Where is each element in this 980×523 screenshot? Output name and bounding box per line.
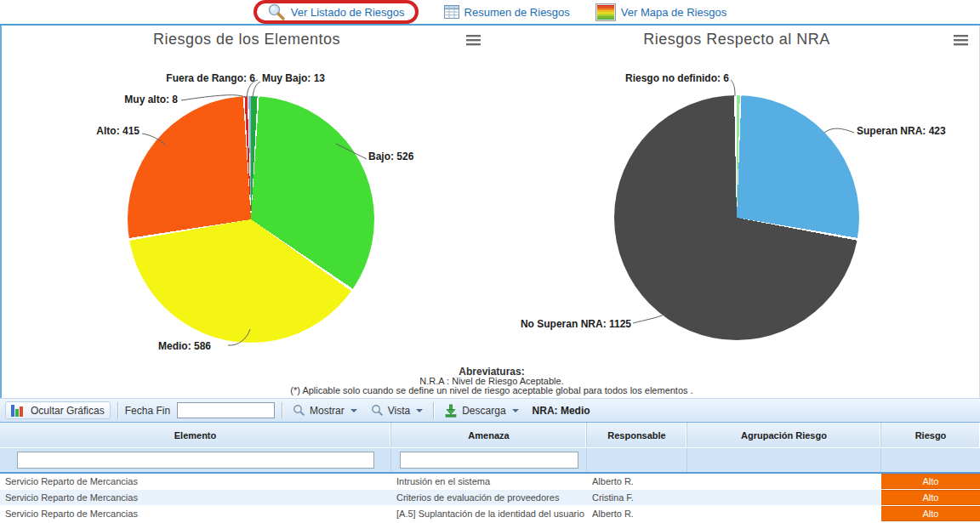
column-header-responsable[interactable]: Responsable [587,423,687,447]
nra-status-label: NRA: Medio [533,405,590,417]
toolbar-separator [117,402,118,419]
chart-title-left: Riesgos de los Elementos [2,31,492,48]
table-row[interactable]: Servicio Reparto de Mercancias Criterios… [0,490,980,506]
descarga-dropdown[interactable]: Descarga [441,404,521,418]
slice-label-bajo: Bajo: 526 [368,151,413,162]
nav-label: Resumen de Riesgos [464,6,570,19]
nav-label: Ver Mapa de Riesgos [621,6,726,19]
slice-label-alto: Alto: 415 [80,125,140,137]
chevron-down-icon [416,409,423,412]
slice-label-superan-nra: Superan NRA: 423 [857,125,946,137]
cell-elemento: Servicio Reparto de Mercancias [0,490,391,505]
cell-agrupacion [687,474,881,489]
vista-label: Vista [388,405,410,417]
slice-label-riesgo-no-definido: Riesgo no definido: 6 [610,72,729,84]
risk-badge: Alto [881,506,980,521]
filter-input-amenaza[interactable] [400,452,578,469]
slice-label-fuera-de-rango: Fuera de Rango: 6 [145,72,255,84]
fecha-fin-label: Fecha Fin [125,405,170,417]
slice-label-muy-bajo: Muy Bajo: 13 [262,72,325,84]
pie-chart-riesgos-nra[interactable] [614,95,859,340]
descarga-label: Descarga [462,405,505,417]
mostrar-label: Mostrar [310,405,345,417]
chart-title-right: Riesgos Respecto al NRA [492,31,980,48]
nav-item-resumen-de-riesgos[interactable]: Resumen de Riesgos [444,5,570,19]
toolbar-separator [433,402,434,419]
nav-item-ver-mapa-de-riesgos[interactable]: Ver Mapa de Riesgos [595,3,726,21]
table-row[interactable]: Servicio Reparto de Mercancias [A.5] Sup… [0,506,980,522]
chevron-down-icon [512,409,519,412]
cell-agrupacion [687,490,881,505]
cell-responsable: Cristina F. [587,490,687,505]
hide-charts-label: Ocultar Gráficas [31,405,105,417]
top-nav: Ver Listado de Riesgos Resumen de Riesgo… [0,0,980,26]
cell-amenaza: Intrusión en el sistema [391,474,587,489]
cell-responsable: Alberto R. [587,474,687,489]
heatmap-icon [595,3,616,21]
abbreviations-line2: (*) Aplicable solo cuando se define un n… [2,386,980,395]
chart-menu-icon-left[interactable] [466,35,481,48]
column-header-riesgo[interactable]: Riesgo [881,423,980,447]
cell-amenaza: [A.5] Suplantación de la identidad del u… [391,506,587,521]
cell-agrupacion [687,506,881,521]
table-grid-icon [444,5,459,19]
risk-badge: Alto [881,490,980,505]
cell-elemento: Servicio Reparto de Mercancias [0,506,391,521]
chevron-down-icon [350,409,357,412]
table-row[interactable]: Servicio Reparto de Mercancias Intrusión… [0,474,980,490]
magnifier-icon [371,404,384,417]
risk-table: Elemento Amenaza Responsable Agrupación … [0,423,980,522]
risk-badge: Alto [881,474,980,489]
filter-input-elemento[interactable] [17,452,374,469]
fecha-fin-input[interactable] [177,402,275,418]
grid-toolbar: Ocultar Gráficas Fecha Fin Mostrar Vista… [0,398,980,423]
abbreviations-note: Abreviaturas: N.R.A : Nivel de Riesgo Ac… [2,367,980,395]
nav-label: Ver Listado de Riesgos [291,6,405,19]
slice-label-no-superan-nra: No Superan NRA: 1125 [510,318,631,330]
slice-label-medio: Medio: 586 [158,340,211,352]
vista-dropdown[interactable]: Vista [368,404,426,417]
cell-amenaza: Criterios de evaluación de proveedores [391,490,587,505]
cell-responsable: Alberto R. [587,506,687,521]
pie-chart-riesgos-elementos[interactable] [128,96,374,343]
red-highlight-annotation: Ver Listado de Riesgos [254,0,419,24]
slice-label-muy-alto: Muy alto: 8 [101,94,178,105]
magnifier-icon [293,404,305,417]
charts-panel: Riesgos de los Elementos Riesgos Respect… [0,26,980,398]
nav-item-ver-listado-de-riesgos[interactable]: Ver Listado de Riesgos [267,3,405,21]
mostrar-dropdown[interactable]: Mostrar [289,404,361,417]
chart-menu-icon-right[interactable] [954,35,968,48]
bar-chart-icon [11,404,26,417]
cell-elemento: Servicio Reparto de Mercancias [0,474,391,489]
table-filter-row [0,448,980,474]
table-header-row: Elemento Amenaza Responsable Agrupación … [0,423,980,448]
download-icon [444,404,458,418]
column-header-amenaza[interactable]: Amenaza [391,423,587,447]
hide-charts-button[interactable]: Ocultar Gráficas [5,401,111,419]
toolbar-separator [282,402,282,419]
column-header-elemento[interactable]: Elemento [0,423,391,447]
column-header-agrupacion-riesgo[interactable]: Agrupación Riesgo [687,423,881,447]
magnifier-icon [267,3,286,21]
